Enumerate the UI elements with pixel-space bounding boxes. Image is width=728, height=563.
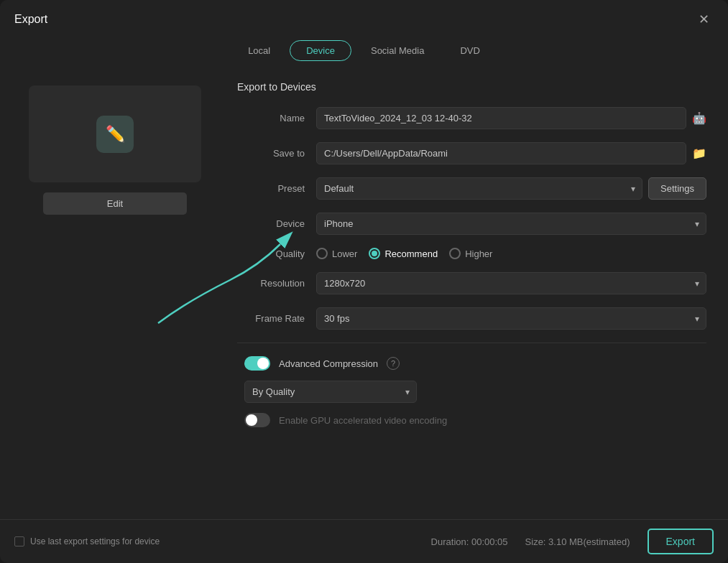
use-last-settings-checkbox[interactable] — [14, 536, 24, 546]
quality-label: Quality — [237, 248, 316, 259]
device-label: Device — [237, 218, 316, 229]
frame-rate-select[interactable]: 30 fps24 fps25 fps60 fps — [316, 307, 706, 330]
toggle-knob — [257, 358, 269, 369]
quality-recommend-option[interactable]: Recommend — [369, 248, 438, 259]
save-to-row: Save to 📁 — [237, 142, 706, 164]
edit-button[interactable]: Edit — [43, 192, 187, 215]
preset-value-wrap: Default Settings — [316, 177, 706, 200]
preview-box: ✏️ — [29, 85, 201, 182]
tab-device[interactable]: Device — [290, 40, 351, 61]
use-last-settings: Use last export settings for device — [14, 536, 160, 546]
tab-social-media[interactable]: Social Media — [354, 40, 441, 61]
close-button[interactable]: ✕ — [694, 10, 714, 29]
quality-recommend-radio[interactable] — [369, 248, 380, 259]
device-row: Device iPhone — [237, 213, 706, 235]
right-panel: Export to Devices Name 🤖 Save to 📁 Pr — [230, 71, 728, 519]
by-quality-select-wrap: By QualityBy Bitrate — [244, 381, 417, 403]
size-label: Size: 3.10 MB(estimated) — [525, 536, 630, 547]
use-last-settings-label: Use last export settings for device — [30, 536, 160, 546]
quality-lower-label: Lower — [332, 248, 357, 259]
ai-icon: 🤖 — [692, 111, 706, 125]
advanced-compression-row: Advanced Compression ? — [237, 356, 706, 371]
quality-radio-group: Lower Recommend Higher — [316, 248, 492, 259]
preset-select[interactable]: Default — [316, 177, 642, 200]
quality-options-wrap: Lower Recommend Higher — [316, 248, 706, 259]
export-button[interactable]: Export — [648, 529, 714, 554]
frame-rate-row: Frame Rate 30 fps24 fps25 fps60 fps — [237, 307, 706, 330]
resolution-select[interactable]: 1280x7201920x1080720x480640x480 — [316, 272, 706, 294]
quality-recommend-label: Recommend — [384, 248, 438, 259]
main-content: ✏️ Edit Export to Devices Name — [0, 71, 728, 519]
title-bar: Export ✕ — [0, 0, 728, 36]
quality-higher-radio[interactable] — [449, 248, 461, 259]
footer: Use last export settings for device Dura… — [0, 519, 728, 563]
help-icon[interactable]: ? — [387, 357, 400, 370]
device-value-wrap: iPhone — [316, 213, 706, 235]
gpu-toggle[interactable] — [244, 413, 270, 427]
footer-info: Duration: 00:00:05 Size: 3.10 MB(estimat… — [431, 529, 714, 554]
export-dialog: Export ✕ Local Device Social Media DVD ✏… — [0, 0, 728, 563]
preset-select-wrap: Default — [316, 177, 642, 200]
frame-rate-label: Frame Rate — [237, 313, 316, 324]
tabs-bar: Local Device Social Media DVD — [0, 36, 728, 71]
by-quality-select[interactable]: By QualityBy Bitrate — [244, 381, 417, 403]
preset-label: Preset — [237, 183, 316, 194]
duration-label: Duration: 00:00:05 — [431, 536, 508, 547]
section-title: Export to Devices — [237, 78, 706, 93]
dialog-title: Export — [14, 13, 47, 26]
name-row: Name 🤖 — [237, 107, 706, 129]
gpu-row: Enable GPU accelerated video encoding — [237, 413, 706, 427]
divider — [237, 343, 706, 343]
resolution-label: Resolution — [237, 278, 316, 289]
resolution-select-wrap: 1280x7201920x1080720x480640x480 — [316, 272, 706, 294]
quality-lower-radio[interactable] — [316, 248, 328, 259]
quality-higher-label: Higher — [465, 248, 492, 259]
save-to-label: Save to — [237, 148, 316, 159]
quality-row: Quality Lower Recommend High — [237, 248, 706, 259]
name-value-wrap: 🤖 — [316, 107, 706, 129]
gpu-label: Enable GPU accelerated video encoding — [279, 415, 447, 426]
by-quality-row: By QualityBy Bitrate — [237, 381, 706, 403]
name-input[interactable] — [316, 107, 686, 129]
preset-row: Preset Default Settings — [237, 177, 706, 200]
quality-lower-option[interactable]: Lower — [316, 248, 357, 259]
advanced-compression-label: Advanced Compression — [279, 358, 378, 369]
preview-icon: ✏️ — [96, 116, 134, 153]
save-to-value-wrap: 📁 — [316, 142, 706, 164]
folder-icon[interactable]: 📁 — [692, 146, 706, 160]
name-label: Name — [237, 113, 316, 124]
frame-rate-select-wrap: 30 fps24 fps25 fps60 fps — [316, 307, 706, 330]
advanced-compression-toggle[interactable] — [244, 356, 270, 371]
device-select-wrap: iPhone — [316, 213, 706, 235]
device-select[interactable]: iPhone — [316, 213, 706, 235]
resolution-row: Resolution 1280x7201920x1080720x480640x4… — [237, 272, 706, 294]
resolution-value-wrap: 1280x7201920x1080720x480640x480 — [316, 272, 706, 294]
tab-dvd[interactable]: DVD — [443, 40, 496, 61]
gpu-toggle-knob — [246, 414, 257, 426]
save-to-input[interactable] — [316, 142, 686, 164]
settings-button[interactable]: Settings — [648, 177, 706, 200]
frame-rate-value-wrap: 30 fps24 fps25 fps60 fps — [316, 307, 706, 330]
left-panel: ✏️ Edit — [0, 71, 230, 519]
quality-higher-option[interactable]: Higher — [449, 248, 492, 259]
tab-local[interactable]: Local — [231, 40, 287, 61]
